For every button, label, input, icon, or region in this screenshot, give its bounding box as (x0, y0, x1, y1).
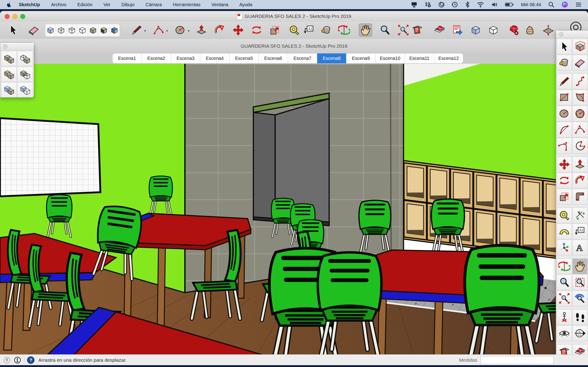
wifi-icon[interactable] (477, 1, 484, 8)
position-camera-button[interactable] (557, 309, 572, 325)
select-tool-button[interactable] (557, 39, 572, 54)
orbit-tool-button[interactable] (557, 259, 572, 274)
large-tool-set-title-bar[interactable] (556, 31, 588, 38)
tab-escena3[interactable]: Escena3 (171, 53, 200, 63)
time-machine-icon[interactable] (451, 1, 458, 8)
siri-icon[interactable] (561, 1, 568, 8)
pie-tool-button[interactable] (572, 138, 588, 153)
style-monochrome-button[interactable] (99, 24, 109, 36)
texture-shape-button[interactable] (523, 23, 536, 37)
advanced-camera-button[interactable] (572, 325, 588, 341)
tab-escena10[interactable]: Escena10 (376, 53, 405, 63)
component-gem-button[interactable] (433, 23, 446, 37)
freehand-tool-button[interactable] (572, 74, 588, 89)
circle-tool-button[interactable] (557, 106, 572, 121)
zoom-tool-button[interactable] (378, 23, 392, 37)
layout-document-button[interactable] (411, 23, 424, 37)
arc-tool-button[interactable] (152, 23, 165, 37)
tab-escena1[interactable]: Escena1 (112, 53, 142, 63)
two-point-arc-button[interactable] (572, 122, 588, 137)
style-back-edges-button[interactable] (56, 24, 66, 36)
dropbox-sync-error-icon[interactable] (424, 1, 431, 8)
zoom-window-button[interactable] (572, 275, 588, 290)
subtract-button[interactable] (17, 67, 33, 82)
move-tool-button[interactable] (557, 157, 572, 172)
make-component-button[interactable] (572, 39, 588, 54)
style-shaded-button[interactable] (88, 24, 99, 36)
style-xray-button[interactable] (45, 24, 56, 36)
style-textured-button[interactable] (109, 24, 120, 36)
menu-item-sketchup[interactable]: SketchUp (12, 0, 45, 9)
spotlight-icon[interactable] (548, 1, 554, 8)
scale-tool-button[interactable] (268, 23, 282, 37)
offset-tool-button[interactable] (572, 189, 588, 204)
geolocation-icon[interactable] (3, 357, 10, 364)
menu-item-dibujo[interactable]: Dibujo (116, 0, 140, 9)
three-point-arc-button[interactable] (557, 138, 572, 153)
paint-bucket-tool-button[interactable] (320, 23, 333, 37)
sandbox-tool-button[interactable] (542, 23, 555, 37)
menu-item-ventana[interactable]: Ventana (206, 0, 233, 9)
move-tool-button[interactable] (232, 23, 245, 37)
measurements-input[interactable] (481, 356, 553, 364)
scale-tool-button[interactable] (557, 189, 572, 204)
trim-button[interactable] (1, 82, 17, 98)
model-viewport[interactable] (0, 64, 588, 354)
tab-escena2[interactable]: Escena2 (142, 53, 171, 63)
grid-whiteboard[interactable] (0, 118, 100, 196)
credits-icon[interactable] (14, 357, 21, 364)
circle-tool-dropdown[interactable]: ▾ (188, 29, 190, 33)
outer-shell-button[interactable] (1, 51, 17, 66)
window-title-bar[interactable]: GUARDERIA SFO SALES 2 - SketchUp Pro 201… (0, 11, 588, 22)
tab-escena8[interactable]: Escena8 (317, 53, 346, 63)
loop-icon[interactable] (438, 1, 445, 8)
tab-escena4[interactable]: Escena4 (200, 53, 229, 63)
line-tool-button[interactable] (557, 74, 572, 89)
follow-me-tool-button[interactable] (213, 23, 226, 37)
polygon-tool-button[interactable] (572, 106, 588, 121)
battery-icon[interactable] (505, 1, 514, 8)
menu-item-ayuda[interactable]: Ayuda (234, 0, 258, 9)
text-tool-button[interactable] (302, 23, 316, 37)
line-tool-dropdown[interactable]: ▾ (144, 29, 146, 33)
tab-escena7[interactable]: Escena7 (288, 53, 317, 63)
bluetooth-icon[interactable] (465, 1, 470, 8)
zoom-extents-button[interactable] (557, 291, 572, 306)
close-icon[interactable] (559, 32, 563, 37)
push-pull-tool-button[interactable] (572, 157, 588, 172)
rectangle-tool-button[interactable] (557, 90, 572, 105)
protractor-tool-button[interactable] (557, 224, 572, 239)
arc-tool-button[interactable] (557, 122, 572, 137)
solid-tools-palette[interactable] (0, 42, 34, 98)
arc-tool-dropdown[interactable]: ▾ (166, 29, 168, 33)
close-icon[interactable] (3, 44, 8, 49)
tape-measure-button[interactable] (557, 208, 572, 223)
tape-measure-tool-button[interactable] (288, 23, 301, 37)
extension-warehouse-button[interactable] (507, 23, 520, 37)
walk-tool-button[interactable] (572, 309, 588, 325)
rotate-tool-button[interactable] (250, 23, 263, 37)
eraser-tool-button[interactable] (27, 23, 40, 37)
tab-escena5[interactable]: Escena5 (229, 53, 259, 63)
volume-icon[interactable] (491, 1, 498, 8)
pan-tool-button[interactable] (572, 259, 588, 274)
menu-item-herramientas[interactable]: Herramientas (167, 0, 206, 9)
dimensions-tool-button[interactable] (572, 208, 588, 223)
zoom-previous-button[interactable] (572, 291, 588, 306)
3d-text-tool-button[interactable] (572, 240, 588, 255)
solid-tools-title-bar[interactable] (0, 43, 34, 50)
menu-item-ver[interactable]: Ver (98, 0, 116, 9)
line-tool-button[interactable] (130, 23, 143, 37)
split-button[interactable] (17, 82, 33, 98)
display-icon[interactable] (411, 1, 418, 8)
rotate-tool-button[interactable] (557, 173, 572, 188)
follow-me-tool-button[interactable] (572, 173, 588, 188)
large-tool-set-palette[interactable] (556, 30, 588, 367)
help-icon[interactable]: ? (27, 356, 35, 364)
zoom-tool-button[interactable] (557, 275, 572, 290)
menu-item-archivo[interactable]: Archivo (45, 0, 72, 9)
send-to-layout-button[interactable] (451, 23, 464, 37)
axes-tool-button[interactable] (557, 240, 572, 255)
orbit-tool-button[interactable] (337, 23, 351, 37)
circle-tool-button[interactable] (174, 23, 187, 37)
